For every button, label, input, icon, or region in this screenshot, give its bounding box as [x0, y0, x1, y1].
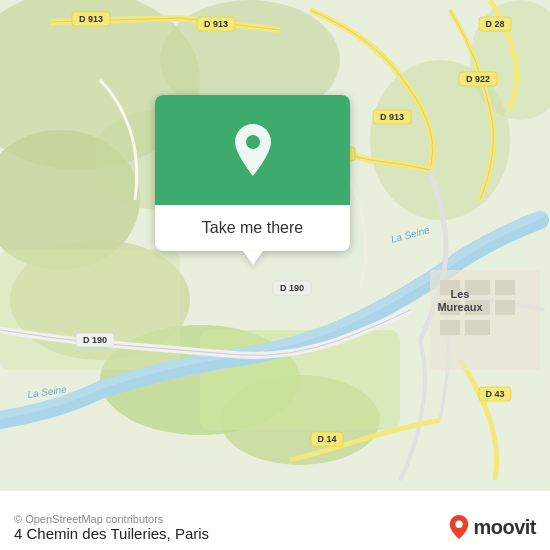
svg-text:D 913: D 913	[79, 14, 103, 24]
svg-text:D 922: D 922	[466, 74, 490, 84]
svg-text:D 190: D 190	[280, 283, 304, 293]
moovit-logo: moovit	[448, 514, 536, 540]
svg-rect-19	[440, 320, 460, 335]
moovit-pin-icon	[448, 514, 470, 540]
svg-text:D 913: D 913	[204, 19, 228, 29]
map-container: D 913 D 913 D 913 D 913 D 922 D 28 D 190…	[0, 0, 550, 490]
location-popup: Take me there	[155, 95, 350, 251]
svg-text:D 190: D 190	[83, 335, 107, 345]
svg-text:Les: Les	[451, 288, 470, 300]
svg-point-45	[246, 135, 260, 149]
svg-text:D 28: D 28	[485, 19, 504, 29]
svg-text:Mureaux: Mureaux	[437, 301, 483, 313]
svg-point-46	[456, 521, 463, 528]
popup-tail	[243, 251, 263, 265]
svg-text:D 913: D 913	[380, 112, 404, 122]
svg-rect-10	[0, 250, 180, 370]
location-pin-icon	[229, 122, 277, 178]
popup-header	[155, 95, 350, 205]
svg-text:D 43: D 43	[485, 389, 504, 399]
svg-rect-18	[495, 300, 515, 315]
svg-rect-15	[495, 280, 515, 295]
address-text: 4 Chemin des Tuileries, Paris	[14, 525, 209, 542]
moovit-brand-text: moovit	[473, 516, 536, 539]
bottom-bar: © OpenStreetMap contributors 4 Chemin de…	[0, 490, 550, 550]
take-me-there-button[interactable]: Take me there	[190, 215, 315, 241]
popup-button-area: Take me there	[155, 205, 350, 251]
svg-rect-20	[465, 320, 490, 335]
svg-text:D 14: D 14	[317, 434, 336, 444]
